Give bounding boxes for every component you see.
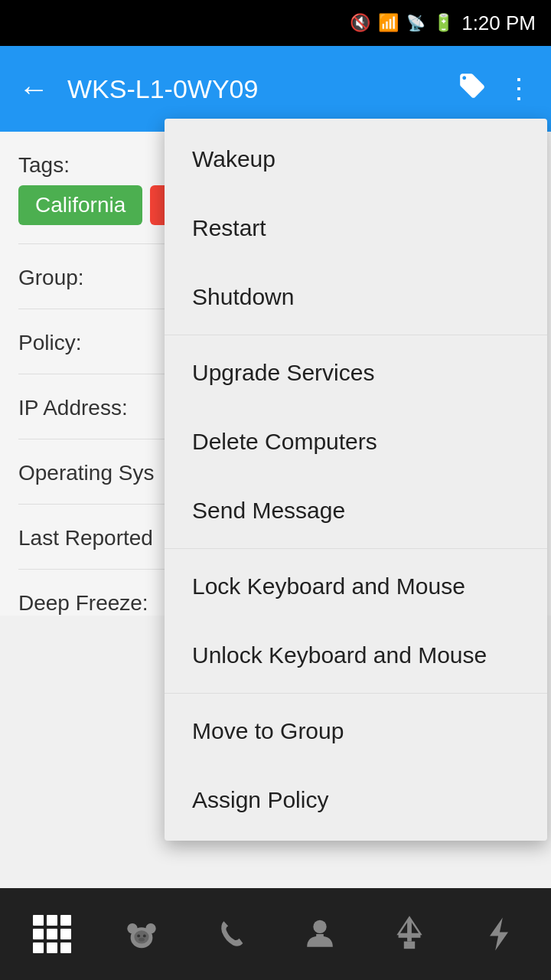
menu-item-move-to-group[interactable]: Move to Group [165,697,547,766]
menu-item-assign-policy[interactable]: Assign Policy [165,766,547,835]
menu-item-send-message[interactable]: Send Message [165,476,547,545]
menu-divider-2 [165,548,547,549]
menu-item-shutdown[interactable]: Shutdown [165,263,547,332]
menu-item-upgrade-services[interactable]: Upgrade Services [165,338,547,407]
menu-item-lock-keyboard[interactable]: Lock Keyboard and Mouse [165,552,547,621]
menu-item-wakeup[interactable]: Wakeup [165,125,547,194]
menu-item-restart[interactable]: Restart [165,194,547,263]
menu-item-delete-computers[interactable]: Delete Computers [165,407,547,476]
dropdown-menu: Wakeup Restart Shutdown Upgrade Services… [165,119,547,841]
menu-item-unlock-keyboard[interactable]: Unlock Keyboard and Mouse [165,621,547,690]
menu-divider-3 [165,693,547,694]
dropdown-overlay: Wakeup Restart Shutdown Upgrade Services… [0,0,551,980]
menu-divider-1 [165,335,547,335]
